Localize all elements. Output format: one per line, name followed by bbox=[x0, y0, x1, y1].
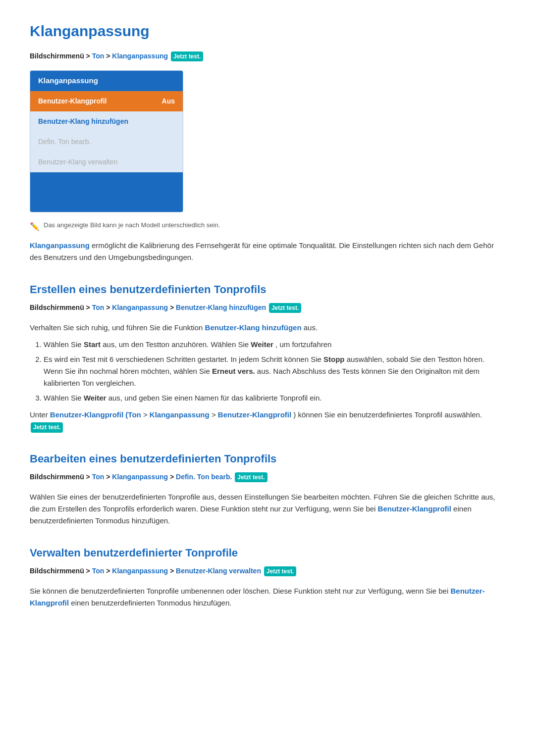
section3-heading: Verwalten benutzerdefinierter Tonprofile bbox=[30, 545, 505, 561]
menu-spacer bbox=[30, 172, 183, 212]
intro-klanganpassung: Klanganpassung bbox=[30, 241, 90, 250]
breadcrumb-klanganpassung[interactable]: Klanganpassung bbox=[112, 52, 168, 60]
section2-body: Wählen Sie eines der benutzerdefinierten… bbox=[30, 491, 505, 527]
jetzt-test-badge-top[interactable]: Jetzt test. bbox=[171, 51, 203, 61]
menu-item-klangprofil-label: Benutzer-Klangprofil bbox=[38, 96, 107, 106]
menu-box-title: Klanganpassung bbox=[30, 71, 183, 91]
section2-ton-link[interactable]: Ton bbox=[92, 473, 105, 481]
menu-item-verwalten: Benutzer-Klang verwalten bbox=[30, 152, 183, 172]
step-3: Wählen Sie Weiter aus, und geben Sie ein… bbox=[44, 392, 505, 404]
section1-heading: Erstellen eines benutzerdefinierten Tonp… bbox=[30, 281, 505, 298]
page-title: Klanganpassung bbox=[30, 20, 505, 42]
breadcrumb-ton[interactable]: Ton bbox=[92, 52, 105, 60]
breadcrumb-section1: Bildschirmmenü > Ton > Klanganpassung > … bbox=[30, 302, 505, 313]
section1-footer-link3[interactable]: Benutzer-Klangprofil bbox=[218, 410, 291, 419]
breadcrumb-bildschirmmenu: Bildschirmmenü bbox=[30, 52, 84, 60]
menu-item-klangprofil[interactable]: Benutzer-Klangprofil Aus bbox=[30, 91, 183, 111]
section1-footer: Unter Benutzer-Klangprofil (Ton > Klanga… bbox=[30, 409, 505, 433]
section3-body: Sie können die benutzerdefinierten Tonpr… bbox=[30, 585, 505, 609]
step-2: Es wird ein Test mit 6 verschiedenen Sch… bbox=[44, 353, 505, 389]
pencil-icon: ✏️ bbox=[30, 221, 40, 233]
jetzt-test-section1[interactable]: Jetzt test. bbox=[269, 303, 301, 313]
note-text: Das angezeigte Bild kann je nach Modell … bbox=[44, 220, 220, 230]
section1-ton-link[interactable]: Ton bbox=[92, 303, 105, 311]
section3-klanganpassung-link[interactable]: Klanganpassung bbox=[112, 567, 168, 575]
jetzt-test-section3[interactable]: Jetzt test. bbox=[264, 566, 296, 576]
jetzt-test-section1-footer[interactable]: Jetzt test. bbox=[31, 422, 63, 433]
menu-item-hinzufuegen[interactable]: Benutzer-Klang hinzufügen bbox=[30, 111, 183, 132]
note: ✏️ Das angezeigte Bild kann je nach Mode… bbox=[30, 220, 505, 233]
section2-klanganpassung-link[interactable]: Klanganpassung bbox=[112, 473, 168, 481]
menu-item-klangprofil-value: Aus bbox=[162, 96, 175, 106]
section2-defin-link[interactable]: Defin. Ton bearb. bbox=[176, 473, 232, 481]
jetzt-test-section2[interactable]: Jetzt test. bbox=[235, 472, 267, 482]
section1-hinzufuegen-link[interactable]: Benutzer-Klang hinzufügen bbox=[176, 303, 266, 311]
menu-item-hinzufuegen-label: Benutzer-Klang hinzufügen bbox=[38, 117, 128, 125]
intro-paragraph: Klanganpassung ermöglicht die Kalibrieru… bbox=[30, 240, 505, 263]
menu-item-verwalten-label: Benutzer-Klang verwalten bbox=[38, 158, 117, 166]
section1-steps: Wählen Sie Start aus, um den Testton anz… bbox=[44, 339, 505, 404]
menu-item-defin-label: Defin. Ton bearb. bbox=[38, 138, 91, 146]
menu-box: Klanganpassung Benutzer-Klangprofil Aus … bbox=[30, 70, 183, 212]
breadcrumb-main: Bildschirmmenü > Ton > Klanganpassung Je… bbox=[30, 51, 505, 61]
breadcrumb-section2: Bildschirmmenü > Ton > Klanganpassung > … bbox=[30, 472, 505, 482]
intro-rest: ermöglicht die Kalibrierung des Fernsehg… bbox=[30, 241, 494, 261]
section3-verwalten-link[interactable]: Benutzer-Klang verwalten bbox=[176, 567, 261, 575]
breadcrumb-section3: Bildschirmmenü > Ton > Klanganpassung > … bbox=[30, 566, 505, 576]
section1-intro: Verhalten Sie sich ruhig, und führen Sie… bbox=[30, 322, 505, 334]
section3-ton-link[interactable]: Ton bbox=[92, 567, 105, 575]
step-1: Wählen Sie Start aus, um den Testton anz… bbox=[44, 339, 505, 351]
section1-footer-link2[interactable]: Klanganpassung bbox=[150, 410, 210, 419]
section2-heading: Bearbeiten eines benutzerdefinierten Ton… bbox=[30, 451, 505, 467]
section1-klanganpassung-link[interactable]: Klanganpassung bbox=[112, 303, 168, 311]
section1-footer-link1[interactable]: Benutzer-Klangprofil (Ton bbox=[50, 410, 141, 419]
menu-item-defin: Defin. Ton bearb. bbox=[30, 132, 183, 152]
